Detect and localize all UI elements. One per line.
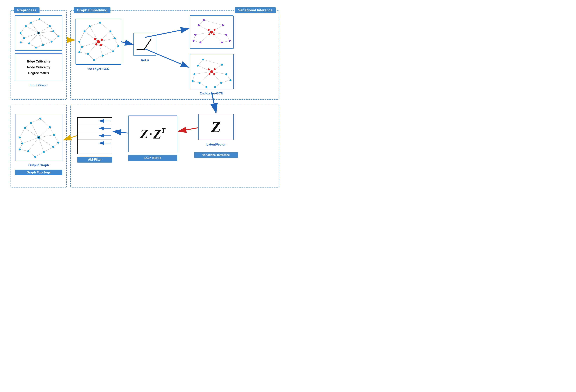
latent-vector-label: LatentVector	[194, 143, 238, 146]
gcn1-label: 1st-Layer-GCN	[76, 67, 121, 71]
relu-icon	[135, 36, 155, 53]
svg-line-56	[79, 31, 85, 42]
svg-line-0	[26, 26, 39, 33]
svg-point-69	[102, 55, 104, 56]
svg-point-98	[200, 42, 201, 43]
svg-point-26	[52, 30, 54, 32]
svg-line-51	[94, 56, 103, 60]
am-filter-box	[77, 117, 112, 154]
svg-line-108	[203, 59, 222, 65]
svg-line-135	[39, 138, 53, 147]
svg-point-89	[214, 29, 215, 31]
svg-line-17	[21, 42, 29, 43]
svg-line-114	[215, 83, 221, 87]
svg-point-58	[94, 38, 96, 40]
svg-point-31	[28, 42, 30, 44]
lgp-z2-symbol: Z	[153, 127, 161, 140]
svg-line-136	[39, 138, 44, 152]
svg-point-116	[208, 68, 209, 70]
svg-point-66	[114, 37, 116, 39]
svg-point-95	[225, 34, 227, 36]
svg-point-35	[38, 32, 39, 34]
svg-point-126	[214, 86, 216, 88]
svg-line-81	[199, 20, 204, 25]
svg-line-38	[98, 31, 111, 42]
svg-line-132	[31, 123, 39, 138]
am-filter-row-4	[78, 140, 112, 147]
svg-point-29	[42, 44, 44, 46]
svg-point-22	[25, 25, 27, 27]
relu-label: ReLu	[130, 58, 160, 62]
svg-line-104	[212, 72, 221, 83]
svg-point-163	[19, 149, 21, 150]
svg-line-147	[28, 151, 35, 157]
feature-matrix-box: Edge Criticality Node Criticality Degree…	[15, 53, 62, 81]
svg-point-64	[99, 22, 101, 24]
svg-point-67	[117, 45, 119, 47]
svg-line-12	[53, 31, 58, 36]
svg-line-40	[98, 42, 113, 51]
am-filter-row-5	[78, 147, 112, 154]
am-filter-label: AM-Filter	[77, 157, 112, 163]
svg-point-125	[220, 82, 222, 84]
svg-line-16	[29, 43, 36, 48]
svg-line-101	[198, 66, 212, 72]
svg-point-96	[229, 40, 230, 42]
svg-point-118	[209, 73, 210, 75]
svg-point-28	[51, 41, 53, 42]
var-graph1-svg	[190, 16, 233, 49]
svg-line-15	[36, 45, 43, 48]
svg-point-161	[34, 156, 36, 158]
svg-point-115	[210, 70, 213, 73]
svg-point-65	[110, 30, 111, 32]
svg-line-41	[98, 42, 103, 56]
svg-point-100	[194, 34, 196, 36]
svg-point-162	[28, 150, 29, 152]
lgp-dot-symbol: ·	[149, 128, 152, 140]
svg-point-60	[95, 43, 97, 45]
degree-matrix-text: Degree Matrix	[27, 71, 50, 76]
svg-point-33	[20, 32, 21, 34]
svg-point-155	[39, 118, 41, 119]
input-graph-label: Input Graph	[15, 84, 62, 87]
svg-point-129	[192, 80, 194, 82]
svg-point-154	[30, 122, 32, 124]
svg-line-150	[20, 138, 22, 143]
svg-point-158	[58, 142, 59, 143]
svg-point-62	[84, 30, 85, 32]
svg-line-151	[20, 128, 25, 138]
svg-line-46	[100, 23, 111, 31]
svg-point-159	[52, 146, 54, 148]
svg-point-156	[49, 126, 51, 128]
svg-line-5	[39, 33, 43, 45]
svg-line-131	[25, 128, 39, 138]
svg-line-102	[212, 65, 222, 72]
svg-point-120	[197, 65, 199, 67]
svg-point-160	[43, 151, 45, 153]
svg-line-111	[193, 74, 194, 81]
svg-line-75	[199, 25, 212, 32]
svg-line-4	[39, 33, 52, 42]
svg-line-13	[52, 36, 58, 42]
svg-line-109	[226, 74, 230, 80]
svg-line-50	[103, 51, 113, 56]
gcn1-box	[76, 19, 121, 65]
svg-line-148	[20, 149, 28, 151]
svg-point-63	[89, 25, 91, 27]
svg-point-130	[194, 73, 195, 75]
svg-line-84	[222, 41, 230, 42]
svg-point-157	[53, 134, 55, 136]
svg-point-93	[203, 19, 205, 21]
gcn1-graph-svg	[76, 19, 121, 64]
svg-point-87	[210, 31, 213, 33]
svg-line-49	[113, 46, 118, 52]
input-graph-box	[15, 15, 62, 51]
svg-point-70	[93, 59, 95, 61]
svg-point-124	[230, 79, 231, 81]
svg-line-52	[88, 54, 94, 60]
svg-point-92	[198, 24, 200, 26]
svg-line-139	[25, 123, 31, 128]
svg-point-94	[222, 24, 224, 26]
svg-point-99	[193, 40, 194, 42]
output-graph-label: Output Graph	[15, 164, 62, 167]
